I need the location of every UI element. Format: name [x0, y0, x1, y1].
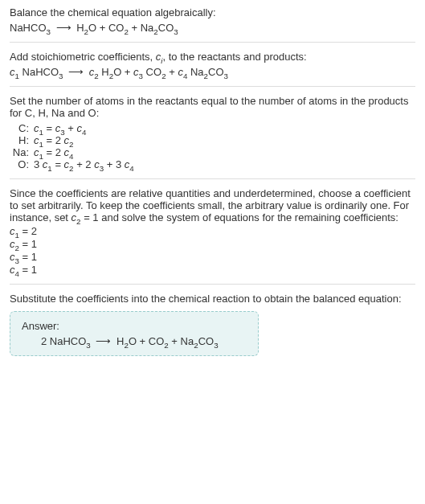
atom-balance-table: C: c1 = c3 + c4 H: c1 = 2 c2 Na: c1 = 2 …: [10, 122, 415, 170]
divider: [10, 284, 415, 285]
unbalanced-equation: NaHCO3 ⟶ H2O + CO2 + Na2CO3: [10, 22, 415, 34]
reactant-nahco3: NaHCO3: [10, 22, 51, 34]
atom-row-o: O: 3 c1 = c2 + 2 c3 + 3 c4: [10, 158, 415, 170]
step3-text: Since the coefficients are relative quan…: [10, 187, 415, 223]
step1-text: Add stoichiometric coefficients, ci, to …: [10, 51, 415, 63]
step1-section: Add stoichiometric coefficients, ci, to …: [10, 51, 415, 78]
step2-text: Set the number of atoms in the reactants…: [10, 95, 415, 119]
step3-section: Since the coefficients are relative quan…: [10, 187, 415, 276]
coef-c1: c1 = 2: [10, 225, 415, 237]
divider: [10, 86, 415, 87]
coef-c3: c3 = 1: [10, 251, 415, 263]
atom-row-h: H: c1 = 2 c2: [10, 134, 415, 146]
balanced-equation: 2 NaHCO3 ⟶ H2O + CO2 + Na2CO3: [22, 335, 247, 347]
step4-section: Substitute the coefficients into the che…: [10, 293, 415, 356]
step4-text: Substitute the coefficients into the che…: [10, 293, 415, 305]
divider: [10, 42, 415, 43]
divider: [10, 178, 415, 179]
answer-title: Answer:: [22, 320, 247, 332]
arrow-icon: ⟶: [56, 22, 72, 34]
coef-c4: c4 = 1: [10, 264, 415, 276]
intro-text: Balance the chemical equation algebraica…: [10, 6, 415, 18]
arrow-icon: ⟶: [68, 66, 84, 78]
intro-section: Balance the chemical equation algebraica…: [10, 6, 415, 34]
coefficient-equation: c1 NaHCO3 ⟶ c2 H2O + c3 CO2 + c4 Na2CO3: [10, 66, 415, 78]
coef-c2: c2 = 1: [10, 238, 415, 250]
arrow-icon: ⟶: [96, 335, 111, 347]
step2-section: Set the number of atoms in the reactants…: [10, 95, 415, 170]
products: H2O + CO2 + Na2CO3: [76, 22, 178, 34]
atom-row-na: Na: c1 = 2 c4: [10, 146, 415, 158]
answer-box: Answer: 2 NaHCO3 ⟶ H2O + CO2 + Na2CO3: [10, 311, 259, 356]
atom-row-c: C: c1 = c3 + c4: [10, 122, 415, 134]
